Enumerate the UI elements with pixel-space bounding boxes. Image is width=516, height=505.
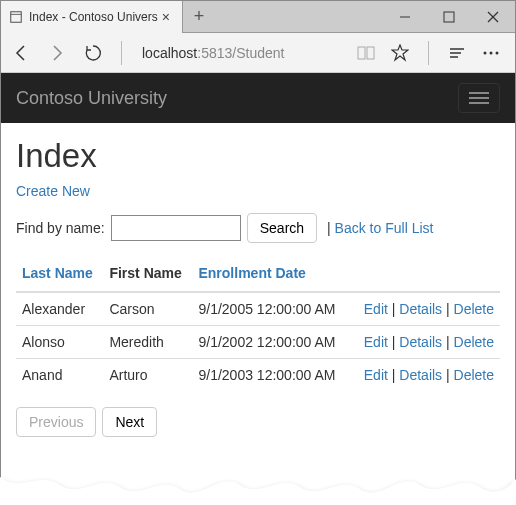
new-tab-button[interactable]: + xyxy=(183,6,215,27)
search-button[interactable]: Search xyxy=(247,213,317,243)
forward-button[interactable] xyxy=(45,41,69,65)
address-host: localhost xyxy=(142,45,197,61)
cell-actions: Edit | Details | Delete xyxy=(350,292,500,326)
app-navbar: Contoso University xyxy=(1,73,515,123)
pipe: | xyxy=(392,334,396,350)
refresh-button[interactable] xyxy=(81,41,105,65)
col-enrollment-date[interactable]: Enrollment Date xyxy=(192,255,349,292)
edit-link[interactable]: Edit xyxy=(364,367,388,383)
reading-view-icon[interactable] xyxy=(356,43,376,63)
window-controls xyxy=(383,1,515,33)
table-row: Anand Arturo 9/1/2003 12:00:00 AM Edit |… xyxy=(16,359,500,392)
svg-rect-0 xyxy=(11,11,22,22)
details-link[interactable]: Details xyxy=(399,301,442,317)
back-to-full-list-link[interactable]: Back to Full List xyxy=(335,220,434,236)
delete-link[interactable]: Delete xyxy=(454,367,494,383)
torn-edge xyxy=(0,465,516,505)
col-first-name: First Name xyxy=(103,255,192,292)
hamburger-bar xyxy=(469,97,489,99)
minimize-button[interactable] xyxy=(383,1,427,33)
search-form: Find by name: Search | Back to Full List xyxy=(16,213,500,243)
cell-first-name: Carson xyxy=(103,292,192,326)
pipe: | xyxy=(446,367,450,383)
cell-enrollment-date: 9/1/2005 12:00:00 AM xyxy=(192,292,349,326)
browser-toolbar: localhost:5813/Student xyxy=(1,33,515,73)
address-path: :5813/Student xyxy=(197,45,284,61)
details-link[interactable]: Details xyxy=(399,367,442,383)
page-icon xyxy=(9,10,23,24)
maximize-button[interactable] xyxy=(427,1,471,33)
hamburger-bar xyxy=(469,92,489,94)
pipe: | xyxy=(327,220,331,236)
toolbar-icons xyxy=(350,41,507,65)
cell-first-name: Arturo xyxy=(103,359,192,392)
svg-point-12 xyxy=(490,51,493,54)
favorite-icon[interactable] xyxy=(390,43,410,63)
back-link-wrapper: | Back to Full List xyxy=(327,220,433,236)
back-button[interactable] xyxy=(9,41,33,65)
more-icon[interactable] xyxy=(481,43,501,63)
edit-link[interactable]: Edit xyxy=(364,334,388,350)
address-bar[interactable]: localhost:5813/Student xyxy=(138,45,338,61)
hamburger-bar xyxy=(469,102,489,104)
col-last-name[interactable]: Last Name xyxy=(16,255,103,292)
cell-enrollment-date: 9/1/2003 12:00:00 AM xyxy=(192,359,349,392)
pipe: | xyxy=(446,334,450,350)
page-container: Index Create New Find by name: Search | … xyxy=(1,123,515,451)
browser-titlebar: Index - Contoso Univers × + xyxy=(1,1,515,33)
table-row: Alexander Carson 9/1/2005 12:00:00 AM Ed… xyxy=(16,292,500,326)
navbar-brand[interactable]: Contoso University xyxy=(16,88,167,109)
edit-link[interactable]: Edit xyxy=(364,301,388,317)
cell-actions: Edit | Details | Delete xyxy=(350,359,500,392)
pipe: | xyxy=(392,301,396,317)
col-actions xyxy=(350,255,500,292)
students-table: Last Name First Name Enrollment Date Ale… xyxy=(16,255,500,391)
details-link[interactable]: Details xyxy=(399,334,442,350)
svg-rect-7 xyxy=(367,47,374,59)
navbar-toggle-button[interactable] xyxy=(458,83,500,113)
pipe: | xyxy=(446,301,450,317)
cell-enrollment-date: 9/1/2002 12:00:00 AM xyxy=(192,326,349,359)
cell-last-name: Anand xyxy=(16,359,103,392)
delete-link[interactable]: Delete xyxy=(454,301,494,317)
table-header-row: Last Name First Name Enrollment Date xyxy=(16,255,500,292)
cell-actions: Edit | Details | Delete xyxy=(350,326,500,359)
create-new-link[interactable]: Create New xyxy=(16,183,90,199)
previous-button[interactable]: Previous xyxy=(16,407,96,437)
svg-point-11 xyxy=(484,51,487,54)
search-input[interactable] xyxy=(111,215,241,241)
browser-tab[interactable]: Index - Contoso Univers × xyxy=(1,1,183,33)
cell-last-name: Alonso xyxy=(16,326,103,359)
close-window-button[interactable] xyxy=(471,1,515,33)
pager: Previous Next xyxy=(16,407,500,437)
svg-point-13 xyxy=(496,51,499,54)
search-label: Find by name: xyxy=(16,220,105,236)
toolbar-separator xyxy=(121,41,122,65)
pipe: | xyxy=(392,367,396,383)
svg-rect-3 xyxy=(444,12,454,22)
svg-rect-6 xyxy=(358,47,365,59)
delete-link[interactable]: Delete xyxy=(454,334,494,350)
tab-close-button[interactable]: × xyxy=(158,9,174,25)
page-title: Index xyxy=(16,137,500,175)
cell-first-name: Meredith xyxy=(103,326,192,359)
toolbar-separator-2 xyxy=(428,41,429,65)
hub-icon[interactable] xyxy=(447,43,467,63)
tab-title: Index - Contoso Univers xyxy=(29,10,158,24)
next-button[interactable]: Next xyxy=(102,407,157,437)
cell-last-name: Alexander xyxy=(16,292,103,326)
table-row: Alonso Meredith 9/1/2002 12:00:00 AM Edi… xyxy=(16,326,500,359)
